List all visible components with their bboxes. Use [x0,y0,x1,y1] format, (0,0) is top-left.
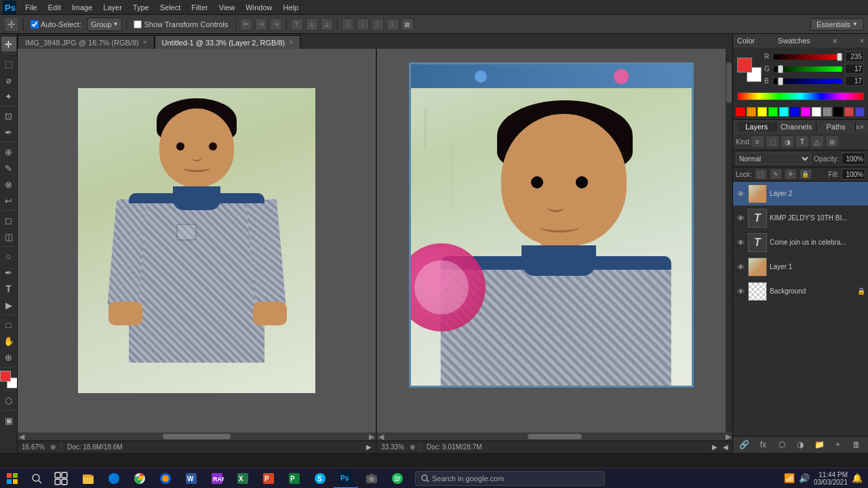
filter-pixel-btn[interactable]: ⬚ [766,136,779,148]
menu-help[interactable]: Help [278,2,303,13]
swatch-4[interactable] [768,107,778,117]
distribute-top-btn[interactable]: ⋮ [387,18,399,30]
foreground-color-swatch[interactable] [0,371,11,382]
history-brush-tool[interactable]: ↩ [1,193,16,208]
move-tool-btn[interactable]: ✛ [4,17,19,32]
spot-heal-tool[interactable]: ⊕ [1,144,16,159]
volume-icon[interactable]: 🔊 [799,473,810,483]
swatch-6[interactable] [790,107,800,117]
scroll-right-arrow[interactable]: ▶ [369,432,374,441]
swatch-11[interactable] [844,107,854,117]
canvas-right[interactable] [377,49,726,432]
g-value[interactable]: 17 [845,64,864,74]
swatch-5[interactable] [779,107,789,117]
brush-tool[interactable]: ✎ [1,161,16,176]
file-explorer-app[interactable] [76,468,100,489]
group-select-btn[interactable]: Group ▼ [87,18,123,31]
opacity-input[interactable] [842,152,865,165]
firefox-app[interactable] [153,468,178,489]
swatch-8[interactable] [812,107,821,117]
layer1-visibility[interactable]: 👁 [736,262,745,272]
swatch-10[interactable] [833,107,843,117]
h-scroll-thumb-right[interactable] [528,434,582,439]
align-center-h-btn[interactable]: ⊣ [255,18,267,30]
b-value[interactable]: 17 [845,76,864,86]
taskbar-clock[interactable]: 11:44 PM 03/03/2021 [814,471,848,486]
taskbar-search-icon[interactable] [24,468,49,489]
align-bottom-btn[interactable]: ⊥ [321,18,333,30]
transform-controls-checkbox[interactable] [134,20,142,28]
tab-untitled1[interactable]: Untitled-1 @ 33.3% (Layer 2, RGB/8) × [155,35,301,49]
rectangle-shape-tool[interactable]: □ [1,317,16,332]
rectangle-select-tool[interactable]: ⬚ [1,56,16,71]
workspace-btn[interactable]: Essentials ▼ [810,18,864,30]
menu-file[interactable]: File [20,2,42,13]
filter-smart-btn[interactable]: ⊞ [825,136,839,148]
layer-item-text2[interactable]: 👁 T Come join us in celebra... [733,230,868,255]
lock-all-btn[interactable]: 🔒 [800,169,812,180]
r-slider-thumb[interactable] [837,53,842,61]
text1-visibility[interactable]: 👁 [736,214,745,223]
layers-panel-collapse[interactable]: × [860,123,864,131]
swatch-9[interactable] [823,107,832,117]
lock-pixels-btn[interactable]: ⬚ [755,169,767,180]
b-slider-thumb[interactable] [778,77,783,85]
align-middle-v-btn[interactable]: ⊥ [306,18,318,30]
align-right-btn[interactable]: ⊣ [270,18,282,30]
filter-shape-btn[interactable]: △ [810,136,824,148]
start-button[interactable] [0,468,24,489]
background-visibility[interactable]: 👁 [736,287,745,296]
add-mask-btn[interactable]: ⬡ [776,439,788,451]
menu-layer[interactable]: Layer [98,2,127,13]
path-select-tool[interactable]: ▶ [1,298,16,312]
eraser-tool[interactable]: ◻ [1,213,16,228]
dodge-tool[interactable]: ○ [1,249,16,264]
tab-paths[interactable]: Paths [816,122,856,131]
link-layers-btn[interactable]: 🔗 [738,439,751,451]
distribute-center-btn[interactable]: ⋮ [357,18,369,30]
text2-visibility[interactable]: 👁 [736,238,745,247]
add-style-btn[interactable]: fx [757,439,769,451]
task-view-btn[interactable] [49,468,73,489]
swatch-7[interactable] [801,107,810,117]
menu-edit[interactable]: Edit [43,2,66,13]
align-left-btn[interactable]: ⊢ [240,18,252,30]
crop-tool[interactable]: ⊡ [1,108,16,123]
layer-item-layer2[interactable]: 👁 Layer 2 [733,182,868,206]
winrar-app[interactable]: RAR [205,468,229,489]
canvas-left[interactable] [18,49,376,432]
filter-kind-btn[interactable]: ≡ [751,136,764,148]
magic-wand-tool[interactable]: ✦ [1,89,16,104]
quick-mask-tool[interactable]: ⬡ [1,393,16,408]
filter-adjustment-btn[interactable]: ◑ [781,136,794,148]
arrange-btn[interactable]: ▦ [401,18,414,30]
hand-tool[interactable]: ✋ [1,333,16,348]
move-tool[interactable]: ✛ [1,37,16,52]
v-scroll-thumb-right[interactable] [726,62,732,103]
notification-icon[interactable]: 🔔 [852,473,863,483]
auto-select-checkbox[interactable] [31,20,39,28]
layer-item-text1[interactable]: 👁 T KIMP JELDY'S 10TH BI... [733,206,868,230]
menu-select[interactable]: Select [155,2,186,13]
align-top-btn[interactable]: ⊤ [291,18,303,30]
delete-layer-btn[interactable]: 🗑 [850,439,863,451]
edge-app[interactable] [102,468,126,489]
powerpoint-app[interactable]: P [256,468,281,489]
skype-app[interactable]: S [308,468,332,489]
menu-image[interactable]: Image [67,2,98,13]
photoshop-app[interactable]: Ps [334,468,358,489]
color-panel-collapse[interactable]: × [860,37,864,45]
tab-img3848[interactable]: IMG_3848.JPG @ 16.7% (RGB/8) × [18,35,155,49]
swatch-1[interactable] [736,107,745,117]
pen-tool[interactable]: ✒ [1,265,16,280]
transform-controls-check[interactable]: Show Transform Controls [131,20,231,28]
swatch-3[interactable] [757,107,767,117]
new-adjustment-btn[interactable]: ◑ [794,439,806,451]
layer-item-layer1[interactable]: 👁 Layer 1 [733,255,868,279]
spotify-app[interactable] [385,468,410,489]
menu-type[interactable]: Type [128,2,154,13]
lock-artboard-btn[interactable]: ✛ [785,169,797,180]
tab-img3848-close[interactable]: × [143,39,147,46]
g-slider-thumb[interactable] [778,65,783,73]
swatch-12[interactable] [855,107,865,117]
